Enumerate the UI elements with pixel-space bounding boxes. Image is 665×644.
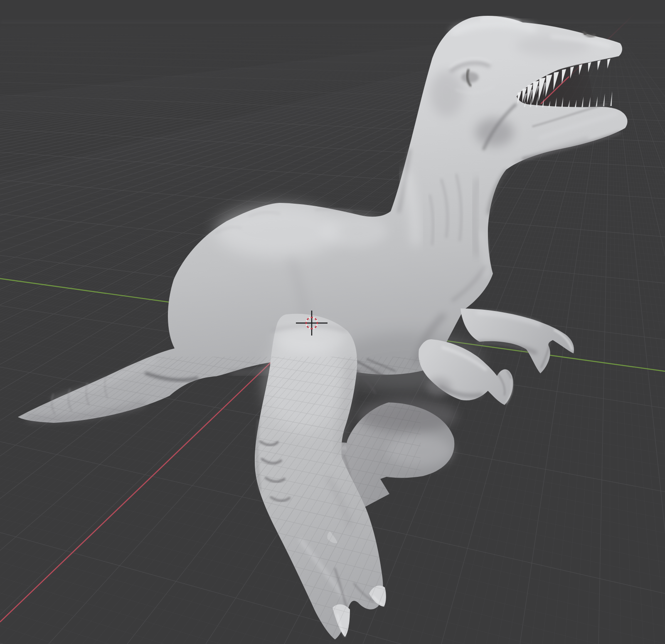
viewport-3d[interactable] [0, 0, 665, 644]
sky-band [0, 0, 665, 24]
